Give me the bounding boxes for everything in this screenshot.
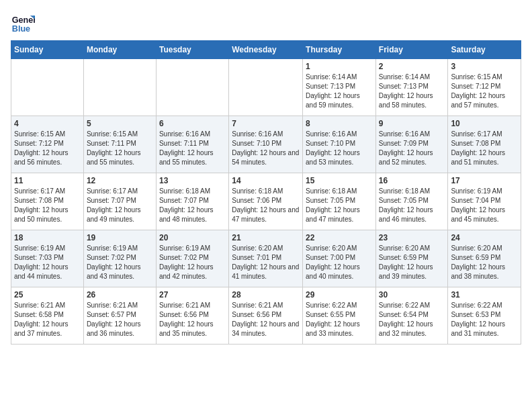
calendar-cell [11,59,84,116]
day-info: Sunrise: 6:16 AM Sunset: 7:10 PM Dayligh… [306,130,373,167]
day-info: Sunrise: 6:20 AM Sunset: 6:59 PM Dayligh… [451,244,518,281]
day-info: Sunrise: 6:21 AM Sunset: 6:58 PM Dayligh… [14,301,81,338]
header-saturday: Saturday [448,41,521,59]
day-info: Sunrise: 6:22 AM Sunset: 6:54 PM Dayligh… [379,301,445,338]
calendar-cell: 1Sunrise: 6:14 AM Sunset: 7:13 PM Daylig… [303,59,376,116]
calendar-cell: 10Sunrise: 6:17 AM Sunset: 7:08 PM Dayli… [448,116,521,173]
day-number: 17 [451,176,518,185]
day-info: Sunrise: 6:18 AM Sunset: 7:05 PM Dayligh… [306,187,373,224]
day-number: 18 [14,233,81,242]
day-info: Sunrise: 6:15 AM Sunset: 7:11 PM Dayligh… [87,130,153,167]
day-info: Sunrise: 6:16 AM Sunset: 7:09 PM Dayligh… [379,130,445,167]
calendar-cell: 30Sunrise: 6:22 AM Sunset: 6:54 PM Dayli… [375,287,448,345]
header-friday: Friday [375,41,448,59]
header-sunday: Sunday [11,41,84,59]
day-info: Sunrise: 6:18 AM Sunset: 7:07 PM Dayligh… [159,187,226,224]
header-tuesday: Tuesday [156,41,228,59]
calendar-header-row: Sunday Monday Tuesday Wednesday Thursday… [11,41,521,59]
calendar-cell: 26Sunrise: 6:21 AM Sunset: 6:57 PM Dayli… [83,287,156,345]
day-info: Sunrise: 6:17 AM Sunset: 7:08 PM Dayligh… [451,130,518,167]
calendar-cell [156,59,228,116]
calendar-cell: 5Sunrise: 6:15 AM Sunset: 7:11 PM Daylig… [83,116,156,173]
calendar-week-row: 11Sunrise: 6:17 AM Sunset: 7:08 PM Dayli… [11,173,521,230]
calendar-week-row: 1Sunrise: 6:14 AM Sunset: 7:13 PM Daylig… [11,59,521,116]
calendar-cell [229,59,303,116]
day-info: Sunrise: 6:21 AM Sunset: 6:57 PM Dayligh… [87,301,153,338]
day-info: Sunrise: 6:18 AM Sunset: 7:05 PM Dayligh… [379,187,445,224]
day-number: 16 [379,176,445,185]
day-number: 21 [232,233,300,242]
calendar-cell: 4Sunrise: 6:15 AM Sunset: 7:12 PM Daylig… [11,116,84,173]
calendar-cell: 27Sunrise: 6:21 AM Sunset: 6:56 PM Dayli… [156,287,228,345]
calendar-week-row: 18Sunrise: 6:19 AM Sunset: 7:03 PM Dayli… [11,230,521,287]
svg-text:Blue: Blue [12,24,30,34]
day-number: 6 [159,119,226,128]
calendar-cell: 29Sunrise: 6:22 AM Sunset: 6:55 PM Dayli… [303,287,376,345]
calendar-cell: 7Sunrise: 6:16 AM Sunset: 7:10 PM Daylig… [229,116,303,173]
calendar-cell: 31Sunrise: 6:22 AM Sunset: 6:53 PM Dayli… [448,287,521,345]
day-info: Sunrise: 6:21 AM Sunset: 6:56 PM Dayligh… [232,301,300,338]
calendar-cell: 12Sunrise: 6:17 AM Sunset: 7:07 PM Dayli… [83,173,156,230]
day-info: Sunrise: 6:22 AM Sunset: 6:53 PM Dayligh… [451,301,518,338]
calendar-cell: 2Sunrise: 6:14 AM Sunset: 7:13 PM Daylig… [375,59,448,116]
day-number: 22 [306,233,373,242]
calendar-cell: 6Sunrise: 6:16 AM Sunset: 7:11 PM Daylig… [156,116,228,173]
day-number: 4 [14,119,81,128]
day-info: Sunrise: 6:17 AM Sunset: 7:07 PM Dayligh… [87,187,153,224]
calendar-cell: 24Sunrise: 6:20 AM Sunset: 6:59 PM Dayli… [448,230,521,287]
day-info: Sunrise: 6:19 AM Sunset: 7:02 PM Dayligh… [87,244,153,281]
calendar-cell [83,59,156,116]
day-info: Sunrise: 6:14 AM Sunset: 7:13 PM Dayligh… [306,73,373,110]
day-info: Sunrise: 6:19 AM Sunset: 7:02 PM Dayligh… [159,244,226,281]
day-number: 24 [451,233,518,242]
calendar-cell: 18Sunrise: 6:19 AM Sunset: 7:03 PM Dayli… [11,230,84,287]
day-info: Sunrise: 6:15 AM Sunset: 7:12 PM Dayligh… [14,130,81,167]
day-number: 10 [451,119,518,128]
calendar-week-row: 4Sunrise: 6:15 AM Sunset: 7:12 PM Daylig… [11,116,521,173]
header-thursday: Thursday [303,41,376,59]
calendar-cell: 28Sunrise: 6:21 AM Sunset: 6:56 PM Dayli… [229,287,303,345]
day-info: Sunrise: 6:16 AM Sunset: 7:10 PM Dayligh… [232,130,300,167]
calendar-week-row: 25Sunrise: 6:21 AM Sunset: 6:58 PM Dayli… [11,287,521,345]
day-info: Sunrise: 6:19 AM Sunset: 7:04 PM Dayligh… [451,187,518,224]
calendar-cell: 17Sunrise: 6:19 AM Sunset: 7:04 PM Dayli… [448,173,521,230]
day-info: Sunrise: 6:20 AM Sunset: 7:00 PM Dayligh… [306,244,373,281]
header-monday: Monday [83,41,156,59]
day-info: Sunrise: 6:14 AM Sunset: 7:13 PM Dayligh… [379,73,445,110]
day-number: 14 [232,176,300,185]
calendar-cell: 13Sunrise: 6:18 AM Sunset: 7:07 PM Dayli… [156,173,228,230]
day-number: 1 [306,62,373,71]
calendar-cell: 14Sunrise: 6:18 AM Sunset: 7:06 PM Dayli… [229,173,303,230]
day-number: 29 [306,290,373,300]
day-number: 19 [87,233,153,242]
day-number: 30 [379,290,445,300]
day-number: 26 [87,290,153,300]
day-number: 28 [232,290,300,300]
day-number: 25 [14,290,81,300]
day-number: 13 [159,176,226,185]
day-number: 20 [159,233,226,242]
day-info: Sunrise: 6:21 AM Sunset: 6:56 PM Dayligh… [159,301,226,338]
day-number: 11 [14,176,81,185]
day-info: Sunrise: 6:20 AM Sunset: 7:01 PM Dayligh… [232,244,300,281]
day-info: Sunrise: 6:20 AM Sunset: 6:59 PM Dayligh… [379,244,445,281]
calendar-cell: 20Sunrise: 6:19 AM Sunset: 7:02 PM Dayli… [156,230,228,287]
day-number: 12 [87,176,153,185]
calendar-cell: 19Sunrise: 6:19 AM Sunset: 7:02 PM Dayli… [83,230,156,287]
day-info: Sunrise: 6:16 AM Sunset: 7:11 PM Dayligh… [159,130,226,167]
header-wednesday: Wednesday [229,41,303,59]
calendar-cell: 3Sunrise: 6:15 AM Sunset: 7:12 PM Daylig… [448,59,521,116]
day-number: 9 [379,119,445,128]
calendar-cell: 15Sunrise: 6:18 AM Sunset: 7:05 PM Dayli… [303,173,376,230]
day-number: 8 [306,119,373,128]
logo-icon: General Blue [11,11,35,35]
day-number: 27 [159,290,226,300]
calendar-cell: 9Sunrise: 6:16 AM Sunset: 7:09 PM Daylig… [375,116,448,173]
day-info: Sunrise: 6:19 AM Sunset: 7:03 PM Dayligh… [14,244,81,281]
calendar-cell: 25Sunrise: 6:21 AM Sunset: 6:58 PM Dayli… [11,287,84,345]
day-number: 5 [87,119,153,128]
day-number: 7 [232,119,300,128]
calendar-cell: 11Sunrise: 6:17 AM Sunset: 7:08 PM Dayli… [11,173,84,230]
day-number: 23 [379,233,445,242]
day-number: 3 [451,62,518,71]
